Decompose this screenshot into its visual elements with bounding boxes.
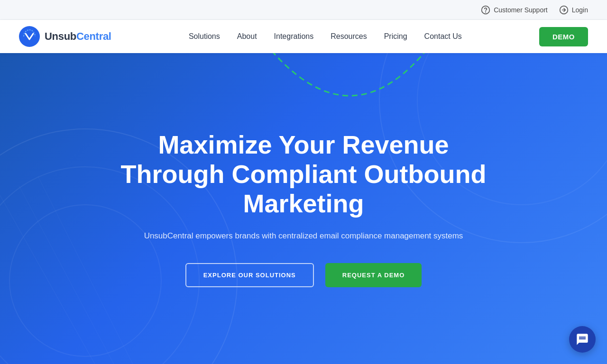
explore-solutions-button[interactable]: EXPLORE OUR SOLUTIONS [185, 263, 314, 287]
svg-line-11 [19, 186, 114, 364]
hero-title: Maximize Your Revenue Through Compliant … [114, 130, 493, 218]
customer-support-icon [481, 5, 490, 15]
hero-subtitle: UnsubCentral empowers brands with centra… [114, 229, 493, 242]
logo-text: UnsubCentral [45, 30, 111, 43]
hero-section: Maximize Your Revenue Through Compliant … [0, 53, 607, 364]
nav-item-solutions[interactable]: Solutions [189, 32, 220, 41]
nav-links: Solutions About Integrations Resources P… [189, 32, 462, 41]
customer-support-link[interactable]: Customer Support [481, 5, 548, 15]
nav-item-integrations[interactable]: Integrations [274, 32, 314, 41]
nav-item-pricing[interactable]: Pricing [384, 32, 407, 41]
logo-icon [19, 26, 40, 47]
chat-icon [576, 333, 589, 346]
nav-item-resources[interactable]: Resources [331, 32, 367, 41]
login-icon [559, 5, 569, 15]
svg-point-1 [486, 11, 486, 12]
nav-item-contact[interactable]: Contact Us [424, 32, 462, 41]
hero-buttons: EXPLORE OUR SOLUTIONS REQUEST A DEMO [114, 263, 493, 287]
navbar: UnsubCentral Solutions About Integration… [0, 20, 607, 53]
demo-button[interactable]: DEMO [539, 27, 588, 46]
chat-bubble[interactable] [569, 326, 596, 353]
logo-unsub: Unsub [45, 30, 76, 42]
request-demo-button[interactable]: REQUEST A DEMO [325, 263, 422, 287]
logo[interactable]: UnsubCentral [19, 26, 111, 47]
hero-content: Maximize Your Revenue Through Compliant … [114, 130, 493, 287]
logo-central: Central [76, 30, 111, 42]
customer-support-label: Customer Support [494, 6, 548, 14]
svg-point-4 [19, 26, 40, 47]
login-link[interactable]: Login [559, 5, 588, 15]
svg-line-10 [0, 195, 95, 364]
nav-item-about[interactable]: About [237, 32, 257, 41]
login-label: Login [572, 6, 588, 14]
top-bar: Customer Support Login [0, 0, 607, 20]
